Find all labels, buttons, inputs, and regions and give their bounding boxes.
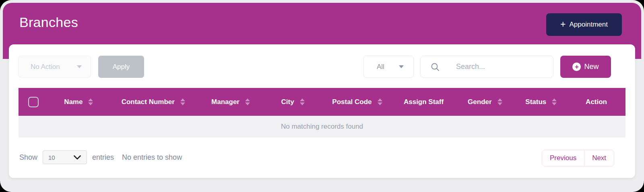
entries-label: entries	[92, 153, 114, 162]
column-header-status[interactable]: Status	[515, 88, 567, 116]
chevron-down-icon	[77, 65, 82, 68]
select-all-cell	[19, 88, 48, 116]
column-label: Action	[586, 98, 607, 106]
column-label: Contact Number	[122, 98, 175, 106]
branches-table: Name Contact Number Manager City Postal …	[19, 88, 625, 138]
app-window: Branches + Appointment No Action Apply A…	[0, 0, 644, 192]
column-header-contact-number[interactable]: Contact Number	[109, 88, 198, 116]
search-box	[420, 56, 553, 78]
previous-page-button[interactable]: Previous	[542, 150, 584, 166]
show-label: Show	[19, 153, 37, 162]
filter-select[interactable]: All	[363, 56, 414, 78]
column-label: Name	[64, 98, 83, 106]
sort-icon	[378, 98, 382, 105]
filter-value: All	[377, 63, 384, 71]
plus-icon: +	[560, 20, 566, 29]
column-label: Gender	[468, 98, 492, 106]
search-icon	[430, 62, 440, 72]
bulk-action-select[interactable]: No Action	[18, 56, 91, 78]
search-input[interactable]	[440, 56, 549, 77]
column-label: City	[281, 98, 294, 106]
new-button[interactable]: + New	[560, 56, 611, 78]
next-page-button[interactable]: Next	[584, 150, 614, 166]
sort-icon	[245, 98, 250, 105]
column-header-city[interactable]: City	[264, 88, 322, 116]
sort-icon	[300, 98, 305, 105]
column-label: Postal Code	[332, 98, 372, 106]
appointment-button-label: Appointment	[569, 21, 607, 29]
column-header-gender[interactable]: Gender	[455, 88, 515, 116]
content-card: No Action Apply All + New	[9, 44, 635, 178]
select-all-checkbox[interactable]	[28, 97, 39, 107]
page-size-value: 10	[48, 154, 55, 161]
chevron-down-icon	[74, 155, 81, 160]
entries-info: No entries to show	[122, 153, 182, 162]
column-label: Status	[525, 98, 546, 106]
page-title: Branches	[19, 15, 78, 30]
column-header-name[interactable]: Name	[48, 88, 109, 116]
bulk-action-value: No Action	[31, 63, 60, 71]
apply-button[interactable]: Apply	[98, 56, 144, 78]
column-label: Manager	[211, 98, 239, 106]
sort-icon	[88, 98, 93, 105]
column-header-manager[interactable]: Manager	[198, 88, 264, 116]
column-header-assign-staff: Assign Staff	[392, 88, 455, 116]
new-button-label: New	[584, 63, 599, 71]
chevron-down-icon	[399, 65, 404, 68]
pagination: Previous Next	[542, 150, 614, 167]
column-header-action: Action	[567, 88, 625, 116]
circle-plus-icon: +	[572, 63, 581, 71]
column-header-postal-code[interactable]: Postal Code	[322, 88, 392, 116]
page-size-select[interactable]: 10	[43, 150, 87, 164]
appointment-button[interactable]: + Appointment	[546, 13, 622, 36]
table-footer-left: Show 10 entries No entries to show	[19, 150, 182, 164]
sort-icon	[180, 98, 185, 105]
empty-table-message: No matching records found	[19, 116, 625, 138]
sort-icon	[552, 98, 557, 105]
sort-icon	[497, 98, 502, 105]
table-header-row: Name Contact Number Manager City Postal …	[19, 88, 625, 116]
column-label: Assign Staff	[404, 98, 444, 106]
